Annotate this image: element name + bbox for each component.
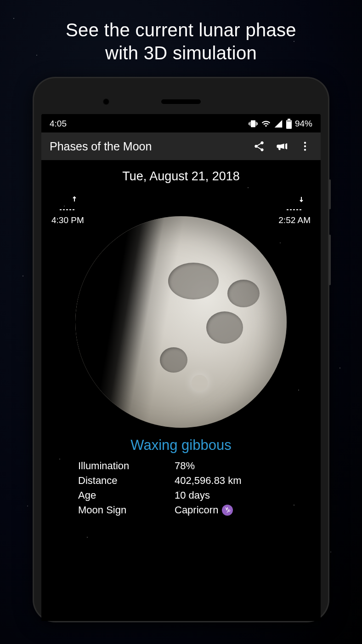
moonset-icon (284, 195, 305, 213)
share-button[interactable] (252, 139, 266, 154)
promo-line-1: See the current lunar phase (66, 20, 296, 40)
announce-button[interactable] (275, 139, 289, 154)
phase-name: Waxing gibbous (41, 437, 321, 454)
current-date[interactable]: Tue, August 21, 2018 (41, 160, 321, 184)
more-vert-icon (299, 140, 311, 152)
distance-value: 402,596.83 km (175, 475, 284, 487)
signal-icon (274, 119, 283, 128)
capricorn-icon: ♑︎ (222, 505, 233, 516)
svg-point-5 (304, 149, 306, 150)
illumination-value: 78% (175, 460, 284, 472)
app-title: Phases of the Moon (50, 140, 243, 153)
svg-rect-1 (288, 119, 290, 120)
phone-speaker (161, 99, 201, 104)
status-bar: 4:05 94% (41, 114, 321, 132)
promo-headline: See the current lunar phase with 3D simu… (0, 0, 362, 78)
status-time: 4:05 (50, 119, 67, 129)
wifi-icon (261, 119, 271, 128)
moon-sign-value: Capricorn ♑︎ (175, 504, 284, 516)
status-right: 94% (248, 119, 312, 129)
svg-point-3 (304, 142, 306, 144)
moon-sphere (75, 216, 287, 428)
phone-screen: 4:05 94% Phases of the Moon Tue (41, 114, 321, 621)
moon-terminator-shadow (75, 216, 287, 428)
moon-sign-text: Capricorn (175, 504, 218, 516)
svg-rect-2 (287, 121, 291, 121)
app-bar: Phases of the Moon (41, 132, 321, 160)
svg-point-4 (304, 145, 306, 147)
share-icon (253, 140, 265, 152)
overflow-menu-button[interactable] (298, 139, 312, 154)
phone-power-button (329, 179, 331, 209)
moon-stats: Illumination 78% Distance 402,596.83 km … (41, 460, 321, 516)
moon-sign-label: Moon Sign (78, 504, 161, 516)
vibrate-icon (248, 119, 258, 128)
illumination-label: Illumination (78, 460, 161, 472)
age-value: 10 days (175, 489, 284, 501)
age-label: Age (78, 489, 161, 501)
phone-frame: 4:05 94% Phases of the Moon Tue (34, 78, 328, 621)
phone-volume-button (329, 235, 331, 285)
phone-camera (103, 98, 109, 105)
battery-icon (286, 119, 292, 129)
megaphone-icon (276, 140, 288, 153)
moonrise-icon (57, 195, 78, 213)
promo-line-2: with 3D simulation (105, 43, 257, 63)
svg-rect-0 (286, 120, 292, 129)
battery-percent: 94% (295, 119, 312, 129)
main-content: Tue, August 21, 2018 4:30 PM (41, 160, 321, 621)
moon-display[interactable] (75, 216, 287, 428)
distance-label: Distance (78, 475, 161, 487)
